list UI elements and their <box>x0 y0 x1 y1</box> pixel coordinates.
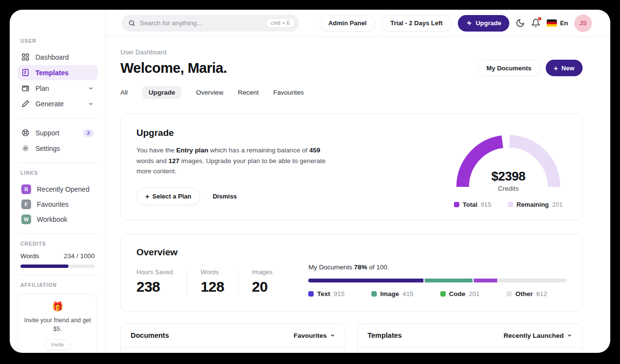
templates-card-title: Templates <box>368 331 402 339</box>
sidebar-item-plan[interactable]: Plan <box>17 81 98 96</box>
legend-item-total: Total 915 <box>454 201 491 208</box>
german-flag-icon <box>547 19 557 27</box>
sidebar-item-label: Dashboard <box>35 53 94 61</box>
sidebar-item-templates[interactable]: Templates <box>17 65 98 80</box>
search-shortcut-badge: cmd + E <box>266 18 295 28</box>
admin-panel-button[interactable]: Admin Panel <box>319 15 375 32</box>
documents-card: Documents Favourites Untitled Document i… <box>120 323 346 353</box>
stat-hours-saved: Hours Saved 238 <box>136 268 186 295</box>
legend-swatch <box>506 291 512 297</box>
my-documents-button[interactable]: My Documents <box>478 60 540 76</box>
page-title: Welcome, Maria. <box>120 60 227 76</box>
pencil-icon <box>21 99 30 108</box>
tab-upgrade[interactable]: Upgrade <box>142 86 182 99</box>
search-icon <box>128 19 135 27</box>
dark-mode-toggle[interactable] <box>516 18 525 28</box>
gauge-legend: Total 915 Remaining 201 <box>454 201 563 208</box>
sidebar-link-workbook[interactable]: W Workbook <box>17 212 98 227</box>
template-row[interactable]: Blog Post Title in Workbook <box>358 347 582 353</box>
legend-item-other: Other 612 <box>506 290 547 298</box>
tab-favourites[interactable]: Favourites <box>273 86 304 99</box>
chevron-down-icon <box>567 332 572 338</box>
legend-swatch <box>454 202 459 207</box>
search-bar[interactable]: cmd + E <box>121 15 299 32</box>
legend-swatch <box>371 291 377 297</box>
upgrade-card: Upgrade You have the Entry plan which ha… <box>120 114 583 220</box>
gear-icon <box>21 144 30 152</box>
upgrade-button[interactable]: Upgrade <box>458 15 510 32</box>
link-label: Recently Opened <box>37 185 89 193</box>
lifebuoy-icon <box>21 129 30 137</box>
tab-recent[interactable]: Recent <box>238 86 259 99</box>
stacked-bar-legend: Text 915 Image 415 Code 201 <box>308 290 567 298</box>
words-progress-fill <box>20 265 68 268</box>
user-avatar[interactable]: JS <box>574 15 592 32</box>
sidebar-divider <box>18 275 97 275</box>
link-initial-badge: W <box>21 215 31 224</box>
link-label: Workbook <box>37 215 67 223</box>
upgrade-card-title: Upgrade <box>136 128 345 138</box>
sidebar-item-label: Plan <box>35 84 82 92</box>
bar-segment-code <box>474 279 497 282</box>
search-input[interactable] <box>140 19 262 27</box>
documents-progress-caption: My Documents 78% of 100. <box>308 264 567 271</box>
upgrade-button-label: Upgrade <box>476 19 502 27</box>
support-badge: 3 <box>83 129 94 137</box>
select-plan-button[interactable]: + Select a Plan <box>136 187 200 205</box>
chevron-down-icon <box>330 332 335 338</box>
document-row[interactable]: Untitled Document in Workbook <box>121 347 345 353</box>
sidebar-link-recently-opened[interactable]: R Recently Opened <box>17 182 98 197</box>
sidebar-section-credits: CREDITS <box>20 241 95 247</box>
words-progress-bar <box>20 265 95 268</box>
sidebar-item-label: Settings <box>35 145 94 152</box>
credits-value: 234 / 1000 <box>64 252 95 260</box>
trial-status-badge[interactable]: Trial - 2 Days Left <box>382 15 452 32</box>
invite-button[interactable]: Invite <box>44 339 70 350</box>
documents-card-title: Documents <box>131 331 169 339</box>
select-plan-label: Select a Plan <box>152 193 191 200</box>
sidebar: USER Dashboard Templates <box>10 10 106 353</box>
legend-item-remaining: Remaining 201 <box>508 201 563 208</box>
link-initial-badge: R <box>21 184 31 194</box>
sidebar-item-label: Templates <box>35 69 94 77</box>
legend-swatch <box>308 291 314 297</box>
sidebar-link-favourites[interactable]: F Favourites <box>17 197 98 212</box>
page-content: User Dashboard Welcome, Maria. My Docume… <box>106 37 610 353</box>
link-initial-badge: F <box>21 199 31 209</box>
sidebar-item-settings[interactable]: Settings <box>17 141 98 156</box>
bar-segment-image <box>425 279 472 282</box>
credits-gauge: $2398 Credits Total 915 Remaining <box>450 128 567 208</box>
legend-swatch <box>508 202 513 207</box>
overview-card-title: Overview <box>136 247 286 258</box>
grid-icon <box>21 53 30 61</box>
document-icon <box>21 68 30 77</box>
templates-filter-dropdown[interactable]: Recently Launched <box>503 332 572 339</box>
plus-icon: + <box>554 64 558 72</box>
documents-filter-dropdown[interactable]: Favourites <box>294 332 335 339</box>
sidebar-item-support[interactable]: Support 3 <box>17 125 98 140</box>
legend-swatch <box>440 291 446 297</box>
plus-icon: + <box>145 192 150 200</box>
sidebar-section-user: USER <box>20 38 95 44</box>
legend-item-image: Image 415 <box>371 290 414 298</box>
upgrade-card-text: You have the Entry plan which has a rema… <box>136 145 336 177</box>
sidebar-item-dashboard[interactable]: Dashboard <box>17 50 98 65</box>
breadcrumb: User Dashboard <box>120 49 583 56</box>
moon-icon <box>516 18 525 28</box>
tab-all[interactable]: All <box>120 86 128 99</box>
main-area: cmd + E Admin Panel Trial - 2 Days Left … <box>106 10 610 353</box>
language-selector[interactable]: En <box>547 19 568 27</box>
tab-overview[interactable]: Overview <box>196 86 223 99</box>
overview-stats: Hours Saved 238 Words 128 Images 20 <box>136 268 286 295</box>
templates-card: Templates Recently Launched Blog Post Ti… <box>357 323 583 353</box>
affiliation-card: 🎁 Invite your friend and get $5. Invite <box>17 294 98 353</box>
gift-icon: 🎁 <box>24 301 91 312</box>
sidebar-item-label: Support <box>35 129 77 137</box>
new-button[interactable]: + New <box>546 60 583 76</box>
gauge-subtitle: Credits <box>452 185 564 192</box>
wallet-icon <box>21 84 30 92</box>
stat-images: Images 20 <box>238 268 286 295</box>
notifications-button[interactable] <box>531 18 540 28</box>
sidebar-item-generate[interactable]: Generate <box>17 96 98 111</box>
dismiss-button[interactable]: Dismiss <box>213 193 237 200</box>
